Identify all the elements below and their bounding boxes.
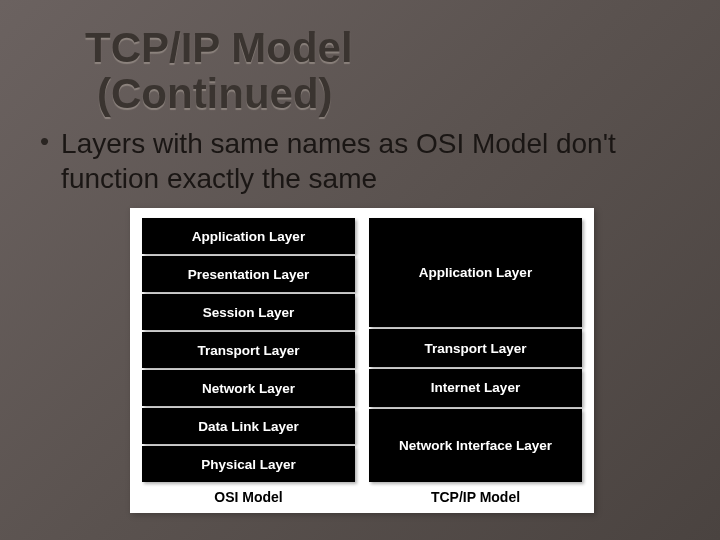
bullet-icon: • xyxy=(40,126,49,157)
bullet-item: • Layers with same names as OSI Model do… xyxy=(40,126,680,196)
slide-title: TCP/IP Model (Continued) xyxy=(85,25,353,117)
osi-layer: Presentation Layer xyxy=(142,256,355,292)
osi-stack: Application LayerPresentation LayerSessi… xyxy=(142,218,355,483)
tcpip-layer: Application Layer xyxy=(369,218,582,327)
model-comparison-diagram: Application LayerPresentation LayerSessi… xyxy=(130,208,594,513)
osi-layer: Network Layer xyxy=(142,370,355,406)
tcpip-column: Application LayerTransport LayerInternet… xyxy=(369,218,582,507)
tcpip-layer: Transport Layer xyxy=(369,329,582,367)
osi-caption: OSI Model xyxy=(142,483,355,507)
tcpip-stack: Application LayerTransport LayerInternet… xyxy=(369,218,582,483)
osi-column: Application LayerPresentation LayerSessi… xyxy=(142,218,355,507)
bullet-text: Layers with same names as OSI Model don'… xyxy=(61,126,680,196)
tcpip-layer: Network Interface Layer xyxy=(369,409,582,482)
osi-layer: Transport Layer xyxy=(142,332,355,368)
osi-layer: Application Layer xyxy=(142,218,355,254)
tcpip-layer: Internet Layer xyxy=(369,369,582,407)
osi-layer: Session Layer xyxy=(142,294,355,330)
bullet-list: • Layers with same names as OSI Model do… xyxy=(40,126,680,196)
osi-layer: Data Link Layer xyxy=(142,408,355,444)
osi-layer: Physical Layer xyxy=(142,446,355,482)
title-line-1: TCP/IP Model xyxy=(85,25,353,71)
title-line-2: (Continued) xyxy=(85,71,353,117)
tcpip-caption: TCP/IP Model xyxy=(369,483,582,507)
